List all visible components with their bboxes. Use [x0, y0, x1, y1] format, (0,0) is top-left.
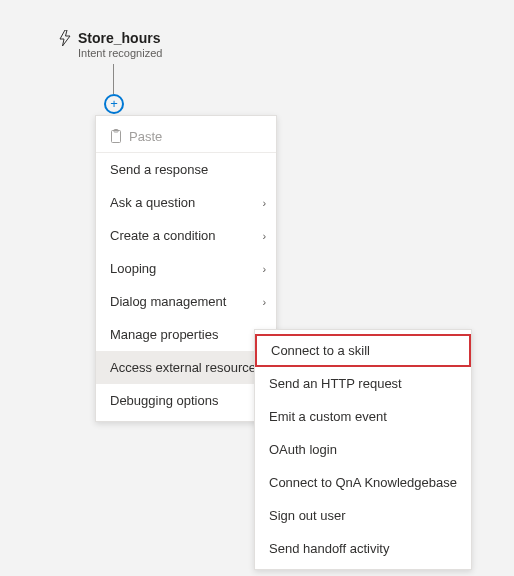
chevron-right-icon: › — [262, 263, 266, 275]
submenu-item-label: Send handoff activity — [269, 541, 389, 556]
add-action-button[interactable] — [104, 94, 124, 114]
submenu-item-connect-skill[interactable]: Connect to a skill — [255, 334, 471, 367]
chevron-right-icon: › — [262, 197, 266, 209]
trigger-node[interactable]: Store_hours Intent recognized — [58, 30, 162, 59]
chevron-right-icon: › — [262, 296, 266, 308]
submenu-item-send-http[interactable]: Send an HTTP request — [255, 367, 471, 400]
trigger-text: Store_hours Intent recognized — [78, 30, 162, 59]
menu-item-manage-properties[interactable]: Manage properties › — [96, 318, 276, 351]
menu-item-create-condition[interactable]: Create a condition › — [96, 219, 276, 252]
actions-menu: Paste Send a response Ask a question › C… — [95, 115, 277, 422]
menu-item-label: Send a response — [110, 162, 208, 177]
submenu-item-oauth-login[interactable]: OAuth login — [255, 433, 471, 466]
submenu-item-label: Emit a custom event — [269, 409, 387, 424]
menu-item-label: Ask a question — [110, 195, 195, 210]
menu-item-label: Dialog management — [110, 294, 226, 309]
connector-line — [113, 64, 114, 94]
trigger-title: Store_hours — [78, 30, 162, 46]
submenu-item-label: Connect to a skill — [271, 343, 370, 358]
submenu-external-resources: Connect to a skill Send an HTTP request … — [254, 329, 472, 570]
menu-item-ask-question[interactable]: Ask a question › — [96, 186, 276, 219]
submenu-item-emit-event[interactable]: Emit a custom event — [255, 400, 471, 433]
chevron-right-icon: › — [262, 230, 266, 242]
trigger-bolt-icon — [58, 30, 72, 46]
submenu-item-handoff[interactable]: Send handoff activity — [255, 532, 471, 565]
menu-item-label: Create a condition — [110, 228, 216, 243]
submenu-item-label: Send an HTTP request — [269, 376, 402, 391]
paste-menu-item[interactable]: Paste — [96, 120, 276, 153]
menu-item-debugging-options[interactable]: Debugging options › — [96, 384, 276, 417]
menu-item-access-external-resources[interactable]: Access external resources › — [96, 351, 276, 384]
menu-item-looping[interactable]: Looping › — [96, 252, 276, 285]
submenu-item-label: OAuth login — [269, 442, 337, 457]
submenu-item-label: Connect to QnA Knowledgebase — [269, 475, 457, 490]
menu-item-label: Access external resources — [110, 360, 262, 375]
menu-item-dialog-management[interactable]: Dialog management › — [96, 285, 276, 318]
designer-canvas: Store_hours Intent recognized Paste Send… — [0, 0, 514, 40]
menu-item-label: Debugging options — [110, 393, 218, 408]
menu-item-label: Looping — [110, 261, 156, 276]
trigger-subtitle: Intent recognized — [78, 47, 162, 59]
submenu-item-label: Sign out user — [269, 508, 346, 523]
menu-item-label: Manage properties — [110, 327, 218, 342]
menu-item-send-response[interactable]: Send a response — [96, 153, 276, 186]
submenu-item-qna-kb[interactable]: Connect to QnA Knowledgebase — [255, 466, 471, 499]
paste-icon — [110, 129, 122, 143]
submenu-item-sign-out[interactable]: Sign out user — [255, 499, 471, 532]
paste-label: Paste — [129, 129, 162, 144]
